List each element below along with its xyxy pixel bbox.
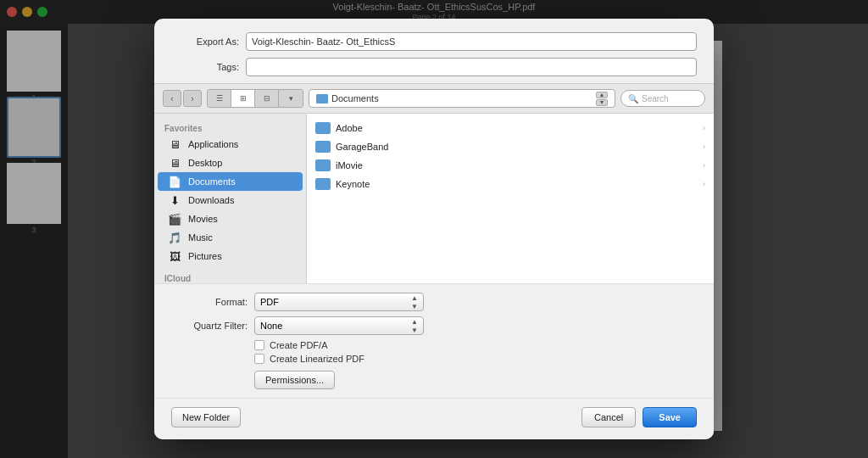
export-as-label: Export As: <box>171 36 239 47</box>
file-arrow-adobe: › <box>703 124 705 132</box>
file-item-adobe[interactable]: Adobe › <box>307 119 714 137</box>
checkbox-pdf-a[interactable] <box>254 340 264 350</box>
folder-icon-keynote <box>315 178 331 190</box>
dialog-buttons: New Folder Cancel Save <box>154 398 714 439</box>
sidebar-item-label-music: Music <box>188 232 213 243</box>
checkbox-linearized[interactable] <box>254 354 264 364</box>
view-list-button[interactable]: ☰ <box>208 90 231 107</box>
checkbox-linearized-row: Create Linearized PDF <box>254 354 697 364</box>
file-name-adobe: Adobe <box>336 123 698 133</box>
music-icon: 🎵 <box>168 231 181 244</box>
folder-icon-garageband <box>315 141 331 153</box>
file-item-garageband[interactable]: GarageBand › <box>307 137 714 156</box>
sidebar-item-downloads[interactable]: ⬇ Downloads <box>158 191 303 209</box>
sidebar-item-applications[interactable]: 🖥 Applications <box>158 135 303 154</box>
search-icon: 🔍 <box>628 94 638 103</box>
tags-input[interactable] <box>246 58 697 76</box>
file-name-keynote: Keynote <box>336 179 698 189</box>
documents-icon: 📄 <box>168 175 181 188</box>
view-toggle: ☰ ⊞ ⊟ ▾ <box>207 89 303 108</box>
sidebar-item-label-movies: Movies <box>188 214 218 224</box>
file-list: Adobe › GarageBand › iMovie › Keynote › <box>307 114 714 283</box>
icloud-label: iCloud <box>154 271 306 283</box>
search-placeholder: Search <box>642 94 669 103</box>
chev-up: ▲ <box>596 92 608 98</box>
quartz-row: Quartz Filter: None ▲▼ <box>171 316 697 335</box>
action-buttons: Cancel Save <box>581 407 697 427</box>
location-label-text: Documents <box>331 93 379 103</box>
quartz-label: Quartz Filter: <box>171 321 248 331</box>
export-filename-input[interactable] <box>246 32 697 51</box>
chev-down: ▼ <box>596 99 608 106</box>
nav-back-button[interactable]: ‹ <box>163 90 181 107</box>
folder-icon-adobe <box>315 122 331 134</box>
tags-label: Tags: <box>171 62 239 72</box>
file-name-imovie: iMovie <box>336 160 698 170</box>
sidebar-item-label-documents: Documents <box>188 176 236 187</box>
location-dropdown[interactable]: Documents ▲ ▼ <box>309 89 615 108</box>
search-box[interactable]: 🔍 Search <box>620 90 705 107</box>
location-folder-icon <box>316 94 328 103</box>
sidebar-item-documents[interactable]: 📄 Documents <box>158 172 303 191</box>
view-icon-button[interactable]: ⊞ <box>231 90 255 107</box>
new-folder-button[interactable]: New Folder <box>171 407 241 427</box>
save-button[interactable]: Save <box>643 407 697 427</box>
sidebar-item-label-pictures: Pictures <box>188 251 222 261</box>
sidebar-item-label-downloads: Downloads <box>188 195 234 205</box>
sidebar-item-label-desktop: Desktop <box>188 158 222 168</box>
checkbox-linearized-label: Create Linearized PDF <box>270 354 364 364</box>
format-value: PDF <box>260 297 279 307</box>
movies-icon: 🎬 <box>168 212 181 226</box>
checkbox-pdf-a-label: Create PDF/A <box>270 340 327 350</box>
downloads-icon: ⬇ <box>168 193 181 207</box>
quartz-select[interactable]: None ▲▼ <box>254 316 424 335</box>
file-name-garageband: GarageBand <box>336 142 698 152</box>
tags-row: Tags: <box>171 58 697 76</box>
view-column-button[interactable]: ⊟ <box>255 90 279 107</box>
sidebar-item-music[interactable]: 🎵 Music <box>158 228 303 247</box>
format-label: Format: <box>171 297 248 307</box>
favorites-label: Favorites <box>154 120 306 135</box>
sidebar-item-movies[interactable]: 🎬 Movies <box>158 209 303 228</box>
folder-icon-imovie <box>315 159 331 171</box>
applications-icon: 🖥 <box>168 137 181 151</box>
nav-forward-button[interactable]: › <box>183 90 202 107</box>
format-select[interactable]: PDF ▲▼ <box>254 293 424 311</box>
cancel-button[interactable]: Cancel <box>581 407 636 427</box>
desktop-icon: 🖥 <box>168 156 181 170</box>
permissions-button[interactable]: Permissions... <box>254 371 335 389</box>
format-row: Format: PDF ▲▼ <box>171 293 697 311</box>
format-select-arrows: ▲▼ <box>411 294 418 310</box>
file-item-keynote[interactable]: Keynote › <box>307 175 714 193</box>
dialog-body: Favorites 🖥 Applications 🖥 Desktop 📄 Doc… <box>154 114 714 283</box>
sidebar-item-desktop[interactable]: 🖥 Desktop <box>158 154 303 172</box>
quartz-value: None <box>260 321 282 331</box>
nav-row: ‹ › ☰ ⊞ ⊟ ▾ Documents ▲ ▼ 🔍 Search <box>154 83 714 114</box>
pictures-icon: 🖼 <box>168 249 181 263</box>
save-dialog: Export As: Tags: ‹ › ☰ ⊞ ⊟ ▾ Documents ▲… <box>154 19 714 439</box>
checkbox-pdf-a-row: Create PDF/A <box>254 340 697 350</box>
location-chevrons: ▲ ▼ <box>596 92 608 106</box>
file-arrow-keynote: › <box>703 180 705 188</box>
dialog-sidebar: Favorites 🖥 Applications 🖥 Desktop 📄 Doc… <box>154 114 307 283</box>
quartz-select-arrows: ▲▼ <box>411 318 418 334</box>
view-caret-button[interactable]: ▾ <box>279 90 303 107</box>
sidebar-item-pictures[interactable]: 🖼 Pictures <box>158 247 303 265</box>
sidebar-item-label-applications: Applications <box>188 139 238 149</box>
file-item-imovie[interactable]: iMovie › <box>307 156 714 175</box>
dialog-footer: Format: PDF ▲▼ Quartz Filter: None ▲▼ Cr… <box>154 283 714 398</box>
nav-arrows: ‹ › <box>163 90 202 107</box>
export-as-row: Export As: <box>171 32 697 51</box>
dialog-top: Export As: Tags: <box>154 19 714 76</box>
file-arrow-imovie: › <box>703 161 705 170</box>
file-arrow-garageband: › <box>703 142 705 151</box>
